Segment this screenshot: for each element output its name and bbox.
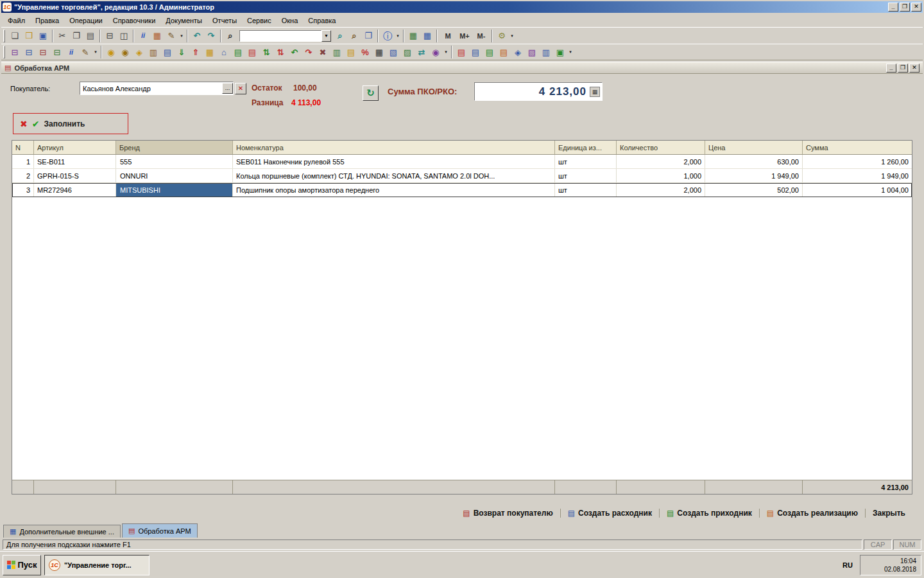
col-header-quantity[interactable]: Количество xyxy=(617,141,705,154)
paste-icon[interactable]: ▤ xyxy=(83,29,98,43)
sum-value[interactable]: 4 213,00 xyxy=(475,85,590,98)
cut-icon[interactable]: ✂ xyxy=(55,29,69,43)
edit-dropdown-icon[interactable]: ▾ xyxy=(178,29,185,43)
create-sale-button[interactable]: ▤ Создать реализацию xyxy=(759,509,865,518)
tab-additional-external[interactable]: ▦ Дополнительные внешние ... xyxy=(3,525,121,538)
col-header-price[interactable]: Цена xyxy=(705,141,803,154)
mdi-restore-button[interactable]: ❐ xyxy=(898,64,908,73)
bank-account-icon[interactable]: ⌂ xyxy=(217,45,231,59)
gift-icon[interactable]: ▦ xyxy=(150,29,164,43)
col-header-article[interactable]: Артикул xyxy=(34,141,116,154)
print-icon[interactable]: ⊟ xyxy=(103,29,117,43)
users-list-icon[interactable]: ii xyxy=(64,45,78,59)
table-row[interactable]: 3 MR272946 MITSUBISHI Подшипник опоры ам… xyxy=(12,183,912,197)
minimize-button[interactable]: _ xyxy=(888,3,898,12)
copy-icon[interactable]: ❐ xyxy=(69,29,83,43)
return-to-customer-button[interactable]: ▤ Возврат покупателю xyxy=(456,509,560,518)
edit-list-icon[interactable]: ✎ xyxy=(78,45,92,59)
undo-icon[interactable]: ↶ xyxy=(190,29,204,43)
invoice-out-icon[interactable]: ▤ xyxy=(245,45,259,59)
col-header-brand[interactable]: Бренд xyxy=(116,141,233,154)
print-tags-icon[interactable]: ⊟ xyxy=(50,45,64,59)
stock-report-icon[interactable]: ▨ xyxy=(400,45,415,59)
menu-item[interactable]: Документы xyxy=(160,15,207,26)
taskbar-app-button[interactable]: 1С "Управление торг... xyxy=(44,555,150,575)
report-icon[interactable]: ▧ xyxy=(525,45,539,59)
memory-subtract-button[interactable]: M- xyxy=(473,29,490,43)
view-results-icon[interactable]: ❐ xyxy=(361,29,375,43)
menu-item[interactable]: Отчеты xyxy=(207,15,242,26)
tab-obrabotka-arm[interactable]: ▤ Обработка АРМ xyxy=(122,523,198,538)
buyer-clear-button[interactable]: ✕ xyxy=(235,83,246,94)
info-icon[interactable]: ⓘ xyxy=(381,29,395,43)
print-docs-icon[interactable]: ⊟ xyxy=(22,45,36,59)
maximize-button[interactable]: ❐ xyxy=(900,3,910,12)
memory-add-button[interactable]: M+ xyxy=(456,29,473,43)
memory-recall-button[interactable]: M xyxy=(440,29,456,43)
exchange-icon[interactable]: ⇄ xyxy=(415,45,429,59)
debt-report-icon[interactable]: ▤ xyxy=(160,45,175,59)
new-expense-icon[interactable]: ▤ xyxy=(468,45,483,59)
cash-expense-icon[interactable]: ◉ xyxy=(118,45,132,59)
brand-cell[interactable]: 555 xyxy=(116,155,232,168)
close-button[interactable]: Закрыть xyxy=(865,509,912,518)
find-next-icon[interactable]: ⌕ xyxy=(333,29,347,43)
cancel-icon[interactable]: ✖ xyxy=(20,119,28,129)
menu-item[interactable]: Справочники xyxy=(108,15,161,26)
table-sum-icon[interactable]: ▦ xyxy=(420,29,434,43)
menu-item[interactable]: Операции xyxy=(64,15,107,26)
goods-receipt-icon[interactable]: ⇅ xyxy=(259,45,273,59)
start-button[interactable]: Пуск xyxy=(3,555,41,575)
coin-lock-icon[interactable]: ◈ xyxy=(132,45,146,59)
buyer-value[interactable]: Касьянов Александр xyxy=(80,85,222,92)
table-row[interactable]: 1 SE-B011 555 SEB011 Наконечник рулевой … xyxy=(12,155,912,169)
clock-date[interactable]: 02.08.2018 xyxy=(884,565,916,574)
users-icon[interactable]: ii xyxy=(136,29,150,43)
search-input[interactable] xyxy=(239,30,321,42)
money-dropdown-icon[interactable]: ▾ xyxy=(443,45,449,59)
create-income-button[interactable]: ▤ Создать приходник xyxy=(659,509,759,518)
create-return-icon[interactable]: ▤ xyxy=(454,45,468,59)
new-document-icon[interactable]: ❏ xyxy=(8,29,22,43)
return-in-icon[interactable]: ↶ xyxy=(287,45,302,59)
brand-cell[interactable]: ONNURI xyxy=(116,169,232,182)
invoice-in-icon[interactable]: ▤ xyxy=(231,45,245,59)
refresh-button[interactable]: ↻ xyxy=(363,85,379,101)
sales-report-icon[interactable]: ▧ xyxy=(386,45,400,59)
close-period-icon[interactable]: ◉ xyxy=(429,45,443,59)
col-header-sum[interactable]: Сумма xyxy=(803,141,912,154)
open-icon[interactable]: ❒ xyxy=(22,29,36,43)
inventory-icon[interactable]: ▥ xyxy=(330,45,344,59)
find-icon[interactable]: ⌕ xyxy=(223,29,237,43)
language-indicator[interactable]: RU xyxy=(839,558,857,572)
toolbar-grip[interactable] xyxy=(3,46,5,58)
close-button[interactable]: ✕ xyxy=(911,3,921,12)
menu-item[interactable]: Сервис xyxy=(242,15,277,26)
info-dropdown-icon[interactable]: ▾ xyxy=(395,29,401,43)
goods-issue-icon[interactable]: ⇅ xyxy=(273,45,287,59)
save-icon[interactable]: ▣ xyxy=(36,29,50,43)
table-row[interactable]: 2 GPRH-015-S ONNURI Кольца поршневые (ко… xyxy=(12,169,912,183)
new-income-icon[interactable]: ▤ xyxy=(483,45,497,59)
mdi-minimize-button[interactable]: _ xyxy=(886,64,896,73)
edit-icon[interactable]: ✎ xyxy=(164,29,178,43)
table-fill-icon[interactable]: ▦ xyxy=(406,29,420,43)
col-header-nomenclature[interactable]: Номенклатура xyxy=(233,141,555,154)
create-dropdown-icon[interactable]: ▾ xyxy=(567,45,574,59)
notes-icon[interactable]: ▣ xyxy=(553,45,567,59)
print-preview-icon[interactable]: ◫ xyxy=(117,29,131,43)
fill-button[interactable]: Заполнить xyxy=(44,119,85,128)
print-invoice-icon[interactable]: ⊟ xyxy=(36,45,50,59)
buyer-field[interactable]: Касьянов Александр ... xyxy=(80,82,234,95)
service-settings-icon[interactable]: ⚙ xyxy=(495,29,509,43)
discount-icon[interactable]: % xyxy=(358,45,372,59)
money-book-icon[interactable]: ▥ xyxy=(146,45,160,59)
menu-item[interactable]: Файл xyxy=(3,15,30,26)
clock-time[interactable]: 16:04 xyxy=(900,557,916,565)
menu-item[interactable]: Справка xyxy=(303,15,341,26)
col-header-n[interactable]: N xyxy=(12,141,34,154)
service-dropdown-icon[interactable]: ▾ xyxy=(509,29,515,43)
find-in-selection-icon[interactable]: ⌕ xyxy=(347,29,361,43)
menu-item[interactable]: Правка xyxy=(30,15,64,26)
sum-field[interactable]: 4 213,00 ▦ xyxy=(474,82,603,101)
